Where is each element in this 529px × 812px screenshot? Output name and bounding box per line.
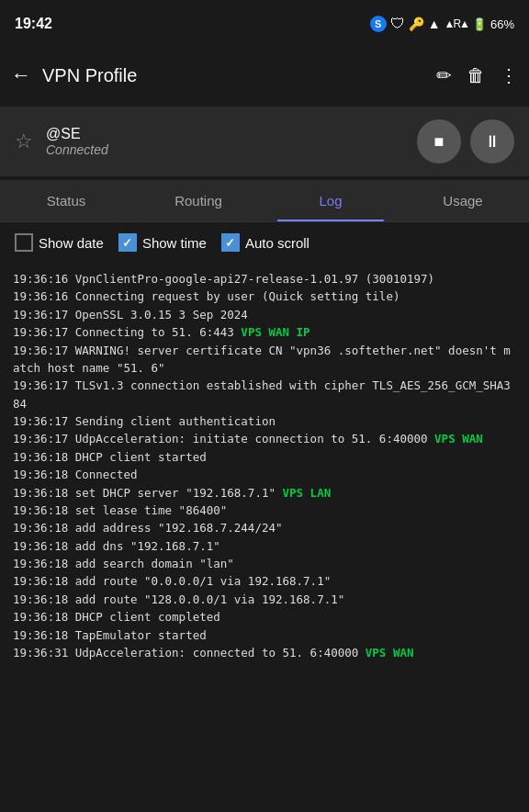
battery-icon: 🔋 — [472, 17, 487, 31]
log-area[interactable]: 19:36:16 VpnClientPro-google-api27-relea… — [0, 263, 529, 812]
log-line: 19:36:31 UdpAcceleration: connected to 5… — [13, 644, 516, 661]
tab-usage[interactable]: Usage — [397, 180, 529, 221]
show-date-label: Show date — [39, 235, 104, 251]
log-line: 19:36:17 OpenSSL 3.0.15 3 Sep 2024 — [13, 306, 516, 323]
top-bar: ← VPN Profile ✏ 🗑 ⋮ — [0, 48, 529, 103]
status-bar: 19:42 S 🛡 🔑 ▲ ▲R▲ 🔋 66% — [0, 0, 529, 48]
status-icons: S 🛡 🔑 ▲ ▲R▲ 🔋 66% — [370, 16, 514, 32]
log-line: 19:36:16 Connecting request by user (Qui… — [13, 288, 516, 305]
options-row: Show date Show time Auto scroll — [0, 222, 529, 263]
log-line: 19:36:18 set DHCP server "192.168.7.1" V… — [13, 484, 516, 502]
profile-name: @SE — [46, 126, 417, 142]
edit-button[interactable]: ✏ — [436, 64, 452, 86]
show-time-option[interactable]: Show time — [118, 233, 207, 252]
show-date-option[interactable]: Show date — [15, 233, 104, 252]
tabs: Status Routing Log Usage — [0, 180, 529, 222]
log-line: 19:36:18 DHCP client started — [13, 448, 516, 466]
log-line: 19:36:18 add address "192.168.7.244/24" — [13, 519, 516, 536]
log-line: 19:36:18 DHCP client completed — [13, 608, 516, 626]
log-line: 19:36:18 add route "0.0.0.0/1 via 192.16… — [13, 572, 516, 590]
star-icon[interactable]: ☆ — [15, 130, 33, 153]
log-line: 19:36:18 add route "128.0.0.0/1 via 192.… — [13, 591, 516, 608]
log-line: 19:36:17 Sending client authentication — [13, 412, 516, 430]
shield-icon: 🛡 — [390, 16, 405, 32]
skype-icon: S — [370, 16, 387, 32]
log-line: 19:36:18 add search domain "lan" — [13, 555, 516, 572]
more-options-button[interactable]: ⋮ — [500, 64, 518, 86]
top-actions: ✏ 🗑 ⋮ — [436, 64, 518, 86]
show-date-checkbox[interactable] — [15, 233, 33, 252]
page-title: VPN Profile — [42, 65, 436, 86]
pause-button[interactable]: ⏸ — [470, 119, 514, 164]
profile-status: Connected — [46, 142, 417, 157]
log-line: 19:36:16 VpnClientPro-google-api27-relea… — [13, 270, 516, 288]
delete-button[interactable]: 🗑 — [467, 65, 485, 86]
profile-buttons: ■ ⏸ — [417, 119, 514, 164]
log-line: 19:36:17 Connecting to 51. 6:443 VPS WAN… — [13, 323, 516, 341]
log-line: 19:36:18 TapEmulator started — [13, 626, 516, 644]
auto-scroll-label: Auto scroll — [245, 235, 310, 251]
profile-card: ☆ @SE Connected ■ ⏸ — [0, 107, 529, 176]
auto-scroll-checkbox[interactable] — [221, 233, 240, 252]
tab-log[interactable]: Log — [264, 180, 397, 221]
battery-percent: 66% — [490, 17, 514, 31]
tab-status[interactable]: Status — [0, 180, 132, 221]
log-line: 19:36:17 TLSv1.3 connection established … — [13, 377, 516, 412]
auto-scroll-option[interactable]: Auto scroll — [221, 233, 310, 252]
show-time-checkbox[interactable] — [118, 233, 137, 252]
log-line: 19:36:18 set lease time "86400" — [13, 502, 516, 519]
tab-routing[interactable]: Routing — [132, 180, 264, 221]
show-time-label: Show time — [142, 235, 207, 251]
log-line: 19:36:17 WARNING! server certificate CN … — [13, 342, 516, 378]
key-icon: 🔑 — [409, 17, 424, 31]
back-button[interactable]: ← — [11, 63, 31, 87]
log-line: 19:36:18 Connected — [13, 466, 516, 483]
log-line: 19:36:17 UdpAcceleration: initiate conne… — [13, 430, 516, 447]
profile-info: @SE Connected — [46, 126, 417, 157]
status-time: 19:42 — [15, 16, 52, 32]
signal-icon: ▲R▲ — [445, 17, 468, 30]
wifi-icon: ▲ — [428, 17, 441, 31]
stop-button[interactable]: ■ — [417, 119, 461, 164]
log-line: 19:36:18 add dns "192.168.7.1" — [13, 537, 516, 555]
